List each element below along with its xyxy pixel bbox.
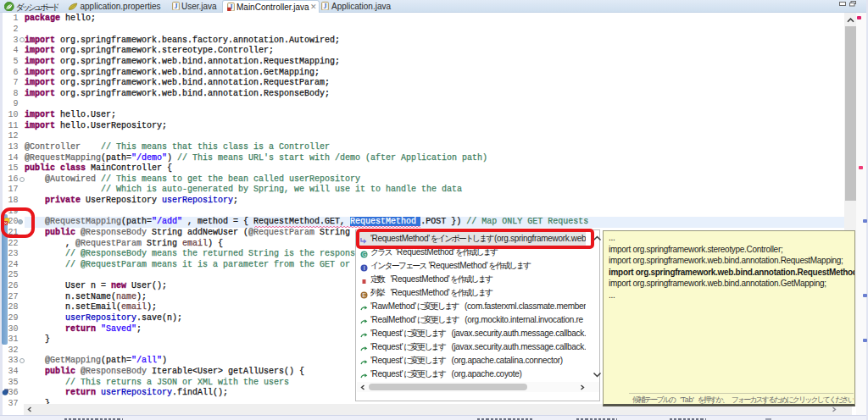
svg-text:E: E bbox=[362, 292, 366, 298]
svg-text:G: G bbox=[362, 251, 366, 257]
svg-text:J: J bbox=[175, 2, 178, 9]
svg-text:J: J bbox=[324, 2, 327, 9]
